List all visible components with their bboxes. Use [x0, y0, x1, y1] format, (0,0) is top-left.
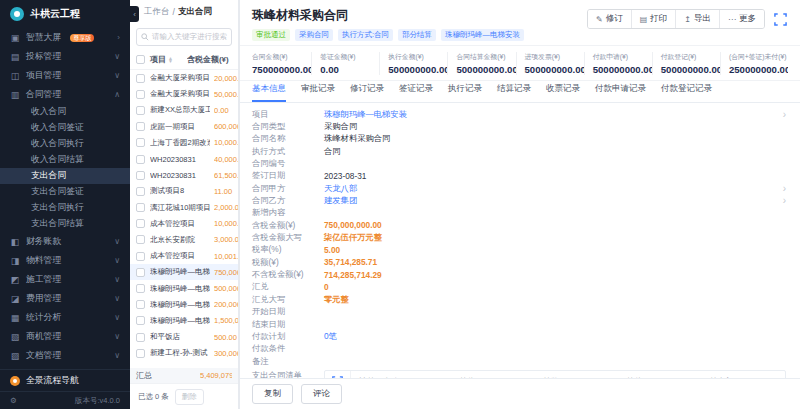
toolbar-button[interactable]: ↥导出	[675, 10, 719, 28]
row-checkbox[interactable]	[136, 219, 145, 228]
list-footer: 已选 0 条 删除	[130, 383, 238, 409]
contract-amount: 500,000,000.00	[214, 284, 238, 293]
sidebar-item[interactable]: 收入合同执行	[0, 136, 130, 152]
row-checkbox[interactable]	[136, 90, 145, 99]
sidebar-item[interactable]: ▧商机管理∨	[0, 327, 130, 346]
breadcrumb-root[interactable]: 工作台	[144, 6, 170, 18]
row-checkbox[interactable]	[136, 252, 145, 261]
sidebar-item[interactable]: ◩施工管理∨	[0, 270, 130, 289]
row-checkbox[interactable]	[136, 171, 145, 180]
sidebar-item[interactable]: ▤投标管理∨	[0, 47, 130, 66]
sidebar-item[interactable]: 支出合同结算	[0, 216, 130, 232]
row-checkbox[interactable]	[136, 106, 145, 115]
tab-审批记录[interactable]: 审批记录	[301, 83, 335, 102]
row-checkbox[interactable]	[136, 316, 145, 325]
chevron-right-icon[interactable]: ›	[783, 109, 786, 120]
sidebar-item[interactable]: ◧财务账款∨	[0, 232, 130, 251]
sidebar-item[interactable]: ◨物料管理∨	[0, 251, 130, 270]
list-item[interactable]: 虎踞一期项目600,000.00	[130, 119, 238, 135]
list-item[interactable]: WH2023083140,000.00	[130, 151, 238, 167]
sidebar-item[interactable]: ▨文档管理∨	[0, 346, 130, 365]
field-value[interactable]: 建发集团	[324, 195, 357, 206]
list-item[interactable]: 金融大厦采购项目50,000.00	[130, 86, 238, 102]
tab-收票记录[interactable]: 收票记录	[546, 83, 580, 102]
sidebar-item-process-nav[interactable]: 全景流程导航	[0, 369, 130, 391]
list-item[interactable]: 测试项目811.00	[130, 183, 238, 199]
sidebar-item[interactable]: 支出合同	[0, 168, 130, 184]
tab-结算记录[interactable]: 结算记录	[497, 83, 531, 102]
chevron-right-icon[interactable]: ›	[783, 183, 786, 194]
tab-执行记录[interactable]: 执行记录	[448, 83, 482, 102]
gear-icon[interactable]: ⚙	[10, 396, 17, 405]
tab-付款申请记录[interactable]: 付款申请记录	[595, 83, 646, 102]
row-checkbox[interactable]	[136, 155, 145, 164]
copy-button[interactable]: 复制	[252, 384, 293, 404]
list-item[interactable]: 和平饭店500.00	[130, 329, 238, 345]
list-item[interactable]: 珠穆朗玛峰—电梯...200,000,000.00	[130, 297, 238, 313]
sidebar-item-label: 费用管理	[26, 293, 61, 305]
sort-icon[interactable]: ▲▼	[168, 57, 173, 63]
row-checkbox[interactable]	[136, 74, 145, 83]
caret-icon: ∨	[114, 256, 120, 265]
list-item[interactable]: 珠穆朗玛峰—电梯...750,000,000.00	[130, 264, 238, 280]
row-checkbox[interactable]	[136, 284, 145, 293]
sidebar-item[interactable]: 收入合同	[0, 104, 130, 120]
tab-修订记录[interactable]: 修订记录	[350, 83, 384, 102]
list-item[interactable]: 珠穆朗玛峰—电梯...500,000,000.00	[130, 280, 238, 296]
sidebar-collapse-handle[interactable]: ‹	[130, 6, 139, 22]
bid-icon: ▤	[10, 52, 20, 62]
list-item[interactable]: 新建工程-孙-测试300,000.00	[130, 345, 238, 361]
row-checkbox[interactable]	[136, 300, 145, 309]
field-value[interactable]: 珠穆朗玛峰—电梯安装	[324, 109, 407, 120]
stat-label: 执行金额(¥)	[388, 52, 439, 62]
sidebar-item[interactable]: 支出合同执行	[0, 200, 130, 216]
fullscreen-icon[interactable]	[773, 12, 788, 27]
list-item[interactable]: 金融大厦采购项目20,000.00	[130, 70, 238, 86]
row-checkbox[interactable]	[136, 235, 145, 244]
contract-amount: 200,000,000.00	[214, 300, 238, 309]
list-item[interactable]: 成本管控项目10,000.00	[130, 216, 238, 232]
scan-icon[interactable]	[325, 371, 351, 378]
field-row: 付款条件	[252, 343, 788, 355]
row-checkbox[interactable]	[136, 203, 145, 212]
field-label: 项目	[252, 109, 324, 120]
row-checkbox[interactable]	[136, 268, 145, 277]
row-checkbox[interactable]	[136, 187, 145, 196]
contract-icon: ▥	[10, 90, 20, 100]
list-item[interactable]: WH2023083161,500.00	[130, 167, 238, 183]
search-input[interactable]: 请输入关键字进行搜索	[136, 28, 232, 46]
row-checkbox[interactable]	[136, 122, 145, 131]
row-checkbox[interactable]	[136, 349, 145, 358]
sidebar-item[interactable]: ▥合同管理∧	[0, 85, 130, 104]
delete-button[interactable]: 删除	[175, 389, 204, 405]
sidebar-item[interactable]: ◫项目管理∨	[0, 66, 130, 85]
toolbar-button[interactable]: ✎修订	[588, 10, 631, 28]
toolbar-button[interactable]: ⋯更多	[719, 10, 764, 28]
row-checkbox[interactable]	[136, 138, 145, 147]
sidebar-item[interactable]: 收入合同签证	[0, 120, 130, 136]
tab-基本信息[interactable]: 基本信息	[252, 83, 286, 102]
select-all-checkbox[interactable]	[136, 55, 145, 64]
list-item[interactable]: 漓江花城10期项目-...2,000.00	[130, 200, 238, 216]
sidebar-item[interactable]: ▦统计分析∨	[0, 308, 130, 327]
field-value[interactable]: 天龙八部	[324, 183, 357, 194]
list-item[interactable]: 成本管控项目10,001.00	[130, 248, 238, 264]
sidebar-item[interactable]: 收入合同结算	[0, 152, 130, 168]
column-project[interactable]: 项目	[150, 54, 166, 65]
list-item[interactable]: 珠穆朗玛峰—电梯...1,500,000.00	[130, 313, 238, 329]
tab-付款登记记录[interactable]: 付款登记记录	[661, 83, 712, 102]
list-item[interactable]: 北京长安剧院3,000.00	[130, 232, 238, 248]
list-item[interactable]: 新建XX总部大厦工...0.00	[130, 102, 238, 118]
sidebar-item[interactable]: 支出合同签证	[0, 184, 130, 200]
chevron-right-icon[interactable]: ›	[783, 195, 786, 206]
sidebar-item[interactable]: ◪费用管理∨	[0, 289, 130, 308]
project-name: 漓江花城10期项目-...	[150, 203, 210, 213]
toolbar-button[interactable]: ▤打印	[631, 10, 676, 28]
comment-button[interactable]: 评论	[301, 384, 342, 404]
sidebar-item[interactable]: ▣智慧大屏尊享版›	[0, 28, 130, 47]
row-checkbox[interactable]	[136, 333, 145, 342]
stat-item: 签证金额(¥)0.00	[312, 52, 380, 75]
tab-签证记录[interactable]: 签证记录	[399, 83, 433, 102]
list-item[interactable]: 上海丁香园2期改造...10,000.00	[130, 135, 238, 151]
field-value[interactable]: 0笔	[324, 331, 337, 342]
